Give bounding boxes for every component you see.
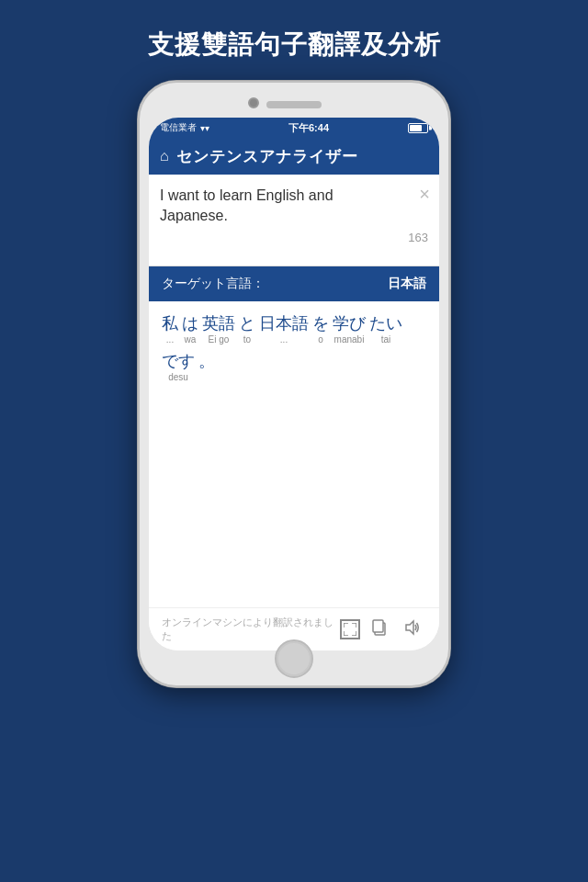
romaji-tai: tai: [381, 334, 391, 345]
input-text: I want to learn English and Japanese.: [160, 186, 428, 227]
jp-sentence-line2: です desu 。: [162, 350, 426, 382]
jp-punct-period: 。: [198, 350, 215, 372]
romaji-manabi: manabi: [334, 334, 365, 345]
app-title: センテンスアナライザー: [176, 146, 358, 167]
copy-icon[interactable]: [366, 617, 393, 641]
wifi-icon: ▾▾: [200, 123, 209, 133]
phone-speaker: [266, 101, 322, 108]
target-lang-label: ターゲット言語：: [162, 276, 265, 292]
jp-sentence-line1: 私 ... は wa 英語 Ei go と to: [162, 312, 426, 345]
close-button[interactable]: ×: [419, 184, 430, 205]
svg-rect-1: [373, 620, 383, 632]
word-block-manabi[interactable]: 学び manabi: [333, 312, 366, 345]
status-bar: 電信業者 ▾▾ 下午6:44: [149, 118, 439, 138]
jp-word-desu: です: [162, 350, 195, 372]
translation-area: 私 ... は wa 英語 Ei go と to: [149, 301, 439, 607]
page-title: 支援雙語句子翻譯及分析: [130, 0, 459, 81]
word-block-wa[interactable]: は wa: [182, 312, 198, 345]
jp-word-tai: たい: [369, 312, 402, 334]
jp-word-to: と: [239, 312, 255, 334]
jp-word-eigo: 英語: [202, 312, 235, 334]
word-block-desu[interactable]: です desu: [162, 350, 195, 382]
word-block-period: 。: [198, 350, 215, 382]
speaker-icon[interactable]: [399, 617, 426, 641]
status-time: 下午6:44: [288, 121, 329, 135]
jp-word-watashi: 私: [162, 312, 178, 334]
target-language-bar[interactable]: ターゲット言語： 日本語: [149, 266, 439, 301]
phone-camera: [248, 97, 259, 108]
jp-word-wa: は: [182, 312, 198, 334]
word-block-wo[interactable]: を o: [312, 312, 329, 345]
phone-container: 電信業者 ▾▾ 下午6:44 ⌂ センテンスアナライザー I want to l…: [138, 81, 450, 687]
phone-screen: 電信業者 ▾▾ 下午6:44 ⌂ センテンスアナライザー I want to l…: [149, 118, 439, 650]
word-block-nihongo[interactable]: 日本語 ...: [259, 312, 309, 345]
word-block-to[interactable]: と to: [239, 312, 255, 345]
romaji-watashi: ...: [166, 334, 174, 345]
translation-main: 私 ... は wa 英語 Ei go と to: [149, 301, 439, 650]
target-lang-value: 日本語: [388, 276, 426, 292]
jp-word-nihongo: 日本語: [259, 312, 309, 334]
phone-home-button[interactable]: [275, 639, 313, 678]
carrier-text: 電信業者: [160, 121, 197, 134]
jp-word-manabi: 学び: [333, 312, 366, 334]
machine-translation-note: オンラインマシンにより翻訳されました: [162, 616, 334, 643]
word-block-tai[interactable]: たい tai: [369, 312, 402, 345]
input-area[interactable]: I want to learn English and Japanese. × …: [149, 175, 439, 266]
romaji-wa: wa: [185, 334, 197, 345]
romaji-wo: o: [318, 334, 323, 345]
romaji-nihongo: ...: [280, 334, 288, 345]
romaji-to: to: [243, 334, 251, 345]
romaji-desu: desu: [168, 372, 188, 382]
romaji-eigo: Ei go: [209, 334, 230, 345]
app-header: ⌂ センテンスアナライザー: [149, 138, 439, 175]
word-block-watashi[interactable]: 私 ...: [162, 312, 178, 345]
word-block-eigo[interactable]: 英語 Ei go: [202, 312, 235, 345]
expand-icon[interactable]: [340, 619, 360, 639]
home-icon[interactable]: ⌂: [160, 148, 169, 164]
svg-marker-2: [406, 621, 413, 634]
jp-word-wo: を: [312, 312, 329, 334]
battery-icon: [408, 123, 428, 133]
char-count: 163: [160, 227, 428, 244]
